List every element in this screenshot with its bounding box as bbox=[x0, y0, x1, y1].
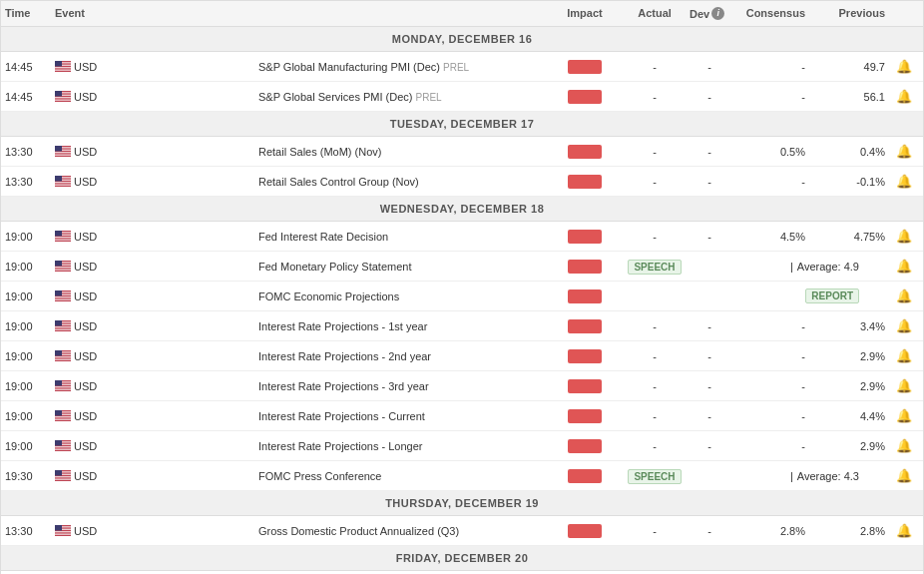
dev-cell: - bbox=[690, 146, 729, 158]
header-bell bbox=[889, 7, 919, 20]
impact-bar bbox=[568, 145, 602, 159]
bell-button[interactable]: 🔔 bbox=[889, 174, 919, 189]
average-label: Average: 4.9 bbox=[797, 261, 859, 273]
consensus-cell: - bbox=[729, 380, 809, 392]
impact-cell bbox=[550, 60, 620, 74]
dev-cell: - bbox=[690, 91, 729, 103]
bell-button[interactable]: 🔔 bbox=[889, 318, 919, 333]
actual-cell: SPEECH bbox=[620, 470, 690, 482]
event-cell: FOMC Economic Projections bbox=[254, 290, 550, 302]
svg-rect-47 bbox=[55, 261, 62, 267]
dev-info-icon[interactable]: i bbox=[711, 7, 724, 20]
table-row: 19:00 USDInterest Rate Projections - 1st… bbox=[1, 311, 923, 341]
bell-button[interactable]: 🔔 bbox=[889, 229, 919, 244]
impact-bar bbox=[568, 90, 602, 104]
bell-icon: 🔔 bbox=[896, 348, 912, 363]
flag-us-icon bbox=[55, 146, 71, 157]
impact-cell bbox=[550, 230, 620, 244]
currency-cell: USD bbox=[55, 440, 254, 452]
currency-cell: USD bbox=[55, 410, 254, 422]
bell-button[interactable]: 🔔 bbox=[889, 288, 919, 303]
table-row: 13:30 USDGross Domestic Product Annualiz… bbox=[1, 516, 923, 546]
impact-cell bbox=[550, 90, 620, 104]
actual-cell: - bbox=[620, 176, 690, 188]
impact-cell bbox=[550, 379, 620, 393]
svg-rect-30 bbox=[55, 185, 71, 186]
currency-cell: USD bbox=[55, 231, 254, 243]
svg-rect-52 bbox=[55, 296, 71, 297]
bell-button[interactable]: 🔔 bbox=[889, 408, 919, 423]
currency-label: USD bbox=[74, 146, 97, 158]
impact-cell bbox=[550, 524, 620, 538]
currency-label: USD bbox=[74, 320, 97, 332]
bell-button[interactable]: 🔔 bbox=[889, 523, 919, 538]
bell-button[interactable]: 🔔 bbox=[889, 378, 919, 393]
svg-rect-13 bbox=[55, 99, 71, 100]
impact-cell bbox=[550, 439, 620, 453]
impact-bar bbox=[568, 349, 602, 363]
bell-button[interactable]: 🔔 bbox=[889, 348, 919, 363]
svg-rect-4 bbox=[55, 67, 71, 68]
previous-cell: 2.8% bbox=[809, 525, 889, 537]
event-cell: Interest Rate Projections - 1st year bbox=[254, 320, 550, 332]
svg-rect-6 bbox=[55, 70, 71, 71]
calendar-body: MONDAY, DECEMBER 1614:45 USDS&P Global M… bbox=[1, 27, 923, 574]
currency-label: USD bbox=[74, 380, 97, 392]
currency-label: USD bbox=[74, 261, 97, 273]
flag-us-icon bbox=[55, 261, 71, 272]
time-cell: 19:00 bbox=[5, 410, 55, 422]
currency-cell: USD bbox=[55, 176, 254, 188]
event-cell: Interest Rate Projections - 3rd year bbox=[254, 380, 550, 392]
header-actual: Actual bbox=[620, 7, 690, 20]
svg-rect-77 bbox=[55, 388, 71, 389]
svg-rect-71 bbox=[55, 350, 62, 356]
dev-cell: | Average: 4.9 bbox=[690, 261, 889, 273]
svg-rect-110 bbox=[55, 534, 71, 535]
bell-button[interactable]: 🔔 bbox=[889, 259, 919, 274]
impact-bar bbox=[568, 524, 602, 538]
currency-label: USD bbox=[74, 290, 97, 302]
svg-rect-111 bbox=[55, 525, 62, 531]
svg-rect-20 bbox=[55, 152, 71, 153]
bell-button[interactable]: 🔔 bbox=[889, 468, 919, 483]
impact-cell bbox=[550, 409, 620, 423]
consensus-cell: - bbox=[729, 176, 809, 188]
event-cell: S&P Global Manufacturing PMI (Dec) PREL bbox=[254, 61, 550, 73]
previous-cell: 0.4% bbox=[809, 146, 889, 158]
currency-cell: USD bbox=[55, 61, 254, 73]
impact-cell bbox=[550, 469, 620, 483]
svg-rect-84 bbox=[55, 416, 71, 417]
svg-rect-23 bbox=[55, 146, 62, 152]
time-cell: 19:00 bbox=[5, 261, 55, 273]
svg-rect-92 bbox=[55, 446, 71, 447]
svg-rect-100 bbox=[55, 476, 71, 477]
table-row: 19:00 USDInterest Rate Projections - Cur… bbox=[1, 401, 923, 431]
svg-rect-68 bbox=[55, 356, 71, 357]
bell-icon: 🔔 bbox=[896, 523, 912, 538]
currency-cell: USD bbox=[55, 290, 254, 302]
table-row: 13:30 USDRetail Sales Control Group (Nov… bbox=[1, 167, 923, 197]
svg-rect-53 bbox=[55, 298, 71, 299]
bell-button[interactable]: 🔔 bbox=[889, 438, 919, 453]
impact-cell bbox=[550, 175, 620, 189]
bell-button[interactable]: 🔔 bbox=[889, 144, 919, 159]
bell-button[interactable]: 🔔 bbox=[889, 89, 919, 104]
event-cell: Fed Interest Rate Decision bbox=[254, 231, 550, 243]
actual-cell: - bbox=[620, 350, 690, 362]
currency-label: USD bbox=[74, 231, 97, 243]
dev-cell: REPORT bbox=[690, 288, 889, 303]
currency-label: USD bbox=[74, 525, 97, 537]
bell-button[interactable]: 🔔 bbox=[889, 59, 919, 74]
svg-rect-28 bbox=[55, 182, 71, 183]
currency-label: USD bbox=[74, 440, 97, 452]
currency-label: USD bbox=[74, 61, 97, 73]
svg-rect-62 bbox=[55, 329, 71, 330]
flag-us-icon bbox=[55, 410, 71, 421]
dev-cell: - bbox=[690, 176, 729, 188]
header-time: Time bbox=[5, 7, 55, 20]
currency-label: USD bbox=[74, 91, 97, 103]
section-header-friday: FRIDAY, DECEMBER 20 bbox=[1, 546, 923, 571]
svg-rect-7 bbox=[55, 61, 62, 67]
currency-cell: USD bbox=[55, 525, 254, 537]
event-cell: Fed Monetary Policy Statement bbox=[254, 261, 550, 273]
